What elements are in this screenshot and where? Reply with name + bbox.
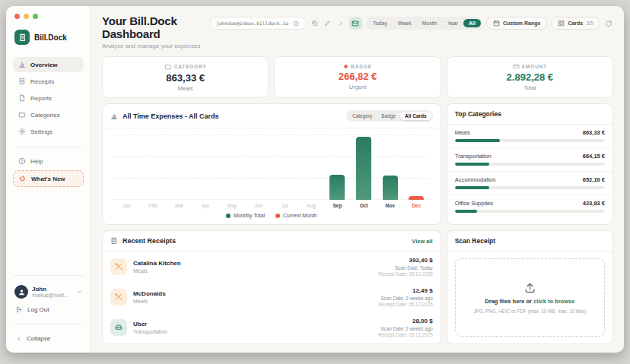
close-window-button[interactable] [14, 14, 20, 19]
recent-receipts-title: Recent Receipts [123, 237, 176, 245]
custom-range-label: Custom Range [503, 21, 540, 26]
category-row-meals: Meals863,33 € [447, 125, 612, 148]
brand-name: Bill.Dock [34, 33, 67, 42]
cards-label: Cards [568, 21, 583, 26]
expenses-chart-card: All Time Expenses - All Cards CategoryBa… [102, 103, 441, 225]
zoom-window-button[interactable] [33, 14, 38, 19]
cards-selector-button[interactable]: Cards 3/5 [551, 17, 600, 30]
category-row-office-supplies: Office Supplies423,83 € [447, 195, 612, 218]
chart-toggle-badge[interactable]: Badge [377, 112, 400, 120]
logout-icon [16, 306, 23, 313]
chart-toggle-all-cards[interactable]: All Cards [400, 112, 431, 120]
main-content: Your Bill.Dock Dashboard Analyze and man… [91, 6, 624, 353]
category-progress-track [455, 139, 605, 142]
view-all-link[interactable]: View all [412, 238, 432, 245]
receipt-amount: 392,40 $ [378, 257, 432, 264]
period-week[interactable]: Week [393, 19, 417, 27]
receipt-row-catalina-kitchen[interactable]: Catalina KitchenMeals392,40 $Scan Date: … [103, 252, 441, 282]
mail-inbox-button[interactable] [349, 17, 362, 30]
bar-chart-plot [113, 135, 430, 200]
user-name: John [32, 286, 72, 293]
stat-card-category: CATEGORY863,33 €Meals [102, 56, 269, 98]
sidebar-nav: OverviewReceiptsReportsCategoriesSetting… [13, 57, 84, 141]
x-tick-dec: Dec [403, 203, 430, 208]
receipt-row-mcdonalds[interactable]: McDonaldsMeals12,49 $Scan Date: 2 weeks … [103, 282, 441, 312]
billdock-logo-icon [14, 30, 30, 45]
category-name: Transportation [455, 153, 492, 160]
top-categories-title: Top Categories [447, 104, 612, 125]
edit-email-button[interactable] [323, 19, 332, 28]
scan-receipt-title: Scan Receipt [447, 231, 612, 252]
x-tick-jun: Jun [245, 203, 272, 208]
stat-label: AMOUNT [513, 63, 548, 70]
sidebar-item-help[interactable]: Help [13, 154, 84, 169]
category-name: Accommodation [455, 176, 496, 183]
sidebar: Bill.Dock OverviewReceiptsReportsCategor… [6, 6, 91, 353]
x-tick-sep: Sep [324, 203, 351, 208]
folder-icon [164, 63, 172, 71]
gear-icon [18, 128, 26, 135]
period-all[interactable]: All [463, 19, 481, 27]
utensils-icon [110, 258, 127, 275]
chart-icon [18, 61, 26, 68]
utensils-icon [110, 289, 127, 305]
stat-card-badge: BADGE266,82 €Urgent [274, 56, 441, 98]
receipt-amount: 12,49 $ [378, 287, 432, 294]
help-icon [18, 157, 26, 165]
inbox-email-pill[interactable]: johndoe@inbox.billdock.io [210, 17, 307, 30]
chevron-right-icon[interactable] [336, 19, 345, 28]
stat-value: 2.892,28 € [507, 71, 553, 83]
calendar-icon [493, 20, 500, 27]
receipt-category: Meals [133, 299, 166, 304]
category-value: 423,83 € [583, 200, 605, 207]
collapse-sidebar-button[interactable]: Collapse [13, 331, 84, 347]
dropzone-hint: JPG, PNG, HEIC or PDF (max. 10 MB, max. … [473, 309, 586, 314]
cards-count: 3/5 [586, 21, 593, 26]
minimize-window-button[interactable] [24, 14, 29, 19]
x-tick-apr: Apr [192, 203, 219, 208]
stat-card-amount: AMOUNT2.892,28 €Total [447, 56, 613, 98]
receipt-category: Transportation [133, 329, 167, 334]
period-today[interactable]: Today [368, 19, 393, 27]
sidebar-item-categories[interactable]: Categories [13, 107, 84, 122]
receipt-date: Receipt Date: 03.12.2025 [378, 332, 432, 337]
bar-nov [383, 176, 398, 200]
sidebar-item-what-s-new[interactable]: What's New [13, 170, 84, 187]
receipt-date: Receipt Date: 28.10.2025 [378, 271, 432, 277]
category-name: Office Supplies [455, 200, 493, 207]
top-categories-card: Top Categories Meals863,33 €Transportati… [447, 103, 613, 225]
chevron-down-icon [76, 289, 82, 295]
chart-toggle-category[interactable]: Category [348, 112, 377, 120]
dot-icon [343, 64, 348, 69]
refresh-button[interactable] [604, 19, 613, 28]
chart-mode-toggle: CategoryBadgeAll Cards [346, 110, 433, 122]
custom-range-button[interactable]: Custom Range [486, 17, 547, 30]
card-icon [513, 63, 520, 70]
sidebar-item-overview[interactable]: Overview [13, 57, 84, 72]
category-progress-track [455, 163, 605, 166]
x-tick-jul: Jul [272, 203, 298, 208]
period-year[interactable]: Year [442, 19, 463, 27]
brand-logo: Bill.Dock [14, 30, 84, 45]
receipts-list: Catalina KitchenMeals392,40 $Scan Date: … [103, 252, 441, 343]
page-subtitle: Analyze and manage your expenses [102, 43, 210, 49]
category-progress-fill [455, 139, 500, 142]
megaphone-icon [19, 175, 27, 182]
inbox-email: johndoe@inbox.billdock.io [216, 21, 288, 26]
file-dropzone[interactable]: Drag files here or click to browse JPG, … [455, 258, 605, 337]
sidebar-item-reports[interactable]: Reports [13, 90, 84, 106]
logout-button[interactable]: Log Out [13, 302, 84, 318]
dropzone-drag-label: Drag files here or [485, 298, 532, 305]
receipt-scan-date: Scan Date: 2 weeks ago [378, 326, 432, 331]
period-month[interactable]: Month [416, 19, 441, 27]
user-menu[interactable]: John markus@hoefl... [13, 282, 84, 302]
receipt-row-uber[interactable]: UberTransportation28,00 $Scan Date: 2 we… [103, 312, 441, 343]
copy-email-button[interactable] [310, 19, 320, 28]
sidebar-item-settings[interactable]: Settings [13, 124, 84, 139]
receipt-icon [18, 78, 26, 85]
sidebar-item-receipts[interactable]: Receipts [13, 74, 84, 89]
browse-link[interactable]: click to browse [533, 298, 574, 305]
dashboard-grid: CATEGORY863,33 €Meals BADGE266,82 €Urgen… [102, 56, 613, 344]
receipt-icon [110, 237, 118, 245]
collapse-label: Collapse [27, 335, 50, 342]
